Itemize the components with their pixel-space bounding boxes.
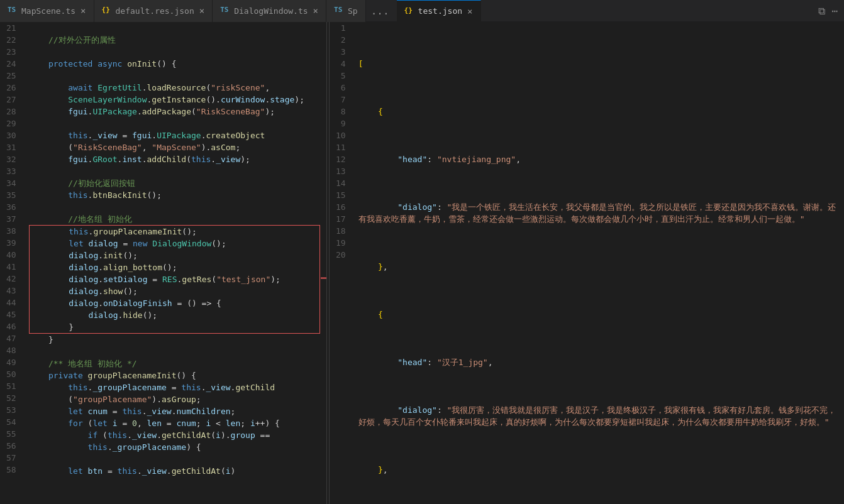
code-line-48 [29,346,320,358]
json-line-6: { [358,309,838,320]
right-code-content[interactable]: [ { "head": "nvtiejiang_png", "dialog": … [352,22,844,504]
tab-bar: TS MapScene.ts × {} default.res.json × T… [0,0,844,22]
code-line-37: //地名组 初始化 [29,213,320,225]
code-line-27: SceneLayerWindow.getInstance().curWindow… [29,94,320,106]
more-actions-icon[interactable]: ⋯ [830,4,839,18]
left-code-content[interactable]: //对外公开的属性 protected async onInit() { awa… [23,22,326,504]
tab-mapscene-close[interactable]: × [81,6,86,16]
tab-mapscene-label: MapScene.ts [21,6,75,16]
code-line-45: dialog.hide(); [30,309,319,321]
left-editor: 21 22 23 24 25 26 27 28 29 30 31 32 33 3… [0,22,327,504]
tab-test-json[interactable]: {} test.json × [397,0,481,22]
tab-sp[interactable]: TS Sp [326,0,366,22]
tab-default-label: default.res.json [116,6,194,16]
code-line-22: //对外公开的属性 [29,34,320,46]
ts-icon: TS [8,6,18,16]
editor-separator [327,22,330,504]
code-line-42: dialog.setDialog = RES.getRes("test_json… [30,273,319,285]
code-line-44: dialog.onDialogFinish = () => { [30,297,319,309]
tab-default-close[interactable]: × [199,6,204,16]
code-line-57 [29,453,320,465]
code-line-21 [29,22,320,34]
editors-container: 21 22 23 24 25 26 27 28 29 30 31 32 33 3… [0,22,844,504]
code-line-24: protected async onInit() { [29,58,320,70]
code-line-41: dialog.align_bottom(); [30,261,319,273]
json-line-4: "dialog": "我是一个铁匠，我生活在长安，我父母都是当官的。我之所以是铁… [358,201,838,225]
tab-mapscene[interactable]: TS MapScene.ts × [0,0,94,22]
separator-line [329,22,330,504]
json-line-7: "head": "汉子1_jpg", [358,356,838,368]
json-line-8: "dialog": "我很厉害，没错我就是很厉害，我是汉子，我是终极汉子，我家很… [358,404,838,428]
right-editor: 1 2 3 4 5 6 7 8 9 10 11 12 13 14 15 16 1… [330,22,844,504]
code-line-49: /** 地名组 初始化 */ [29,358,320,370]
code-line-56: this._groupPlacename) { [29,441,320,453]
code-line-40: dialog.init(); [30,249,319,261]
tab-sp-label: Sp [348,6,358,16]
code-line-31: ("RiskSceneBag", "MapScene").asCom; [29,141,320,153]
tab-test-json-close[interactable]: × [467,6,472,16]
code-line-26: await EgretUtil.loadResource("riskScene"… [29,82,320,94]
code-line-43: dialog.show(); [30,285,319,297]
editor-actions: ⧉ ⋯ [817,4,844,18]
code-line-39: let dialog = new DialogWindow(); [30,238,319,249]
highlight-block: this.groupPlacenameInit(); let dialog = … [29,225,320,334]
code-line-51: this._groupPlacename = this._view.getChi… [29,381,320,393]
tab-more-button[interactable]: ... [366,5,394,17]
tab-dialogwindow-label: DialogWindow.ts [234,6,308,16]
code-line-32: fgui.GRoot.inst.addChild(this._view); [29,153,320,165]
code-line-23 [29,46,320,58]
code-line-28: fgui.UIPackage.addPackage("RiskSceneBag"… [29,106,320,118]
left-code-area[interactable]: 21 22 23 24 25 26 27 28 29 30 31 32 33 3… [0,22,326,504]
arrow-decoration [321,271,326,287]
ts-icon-2: TS [220,6,230,16]
json-line-5: }, [358,261,838,273]
json-line-3: "head": "nvtiejiang_png", [358,153,838,165]
right-line-numbers: 1 2 3 4 5 6 7 8 9 10 11 12 13 14 15 16 1… [330,22,352,504]
code-line-38: this.groupPlacenameInit(); [30,226,319,238]
code-line-50: private groupPlacenameInit() { [29,370,320,381]
code-line-46: } [30,321,319,333]
code-line-54: for (let i = 0, len = cnum; i < len; i++… [29,417,320,429]
code-line-52: ("groupPlacename").asGroup; [29,393,320,405]
tab-dialogwindow-close[interactable]: × [313,6,318,16]
json-icon-1: {} [102,6,112,16]
code-line-30: this._view = fgui.UIPackage.createObject [29,129,320,141]
code-line-55: if (this._view.getChildAt(i).group == [29,429,320,441]
json-line-2: { [358,106,838,118]
code-line-33 [29,165,320,177]
code-line-29 [29,118,320,129]
code-line-36 [29,201,320,213]
tab-dialogwindow[interactable]: TS DialogWindow.ts × [213,0,326,22]
code-line-35: this.btnBackInit(); [29,189,320,201]
split-editor-icon[interactable]: ⧉ [817,4,826,18]
tab-default[interactable]: {} default.res.json × [94,0,213,22]
json-line-9: }, [358,464,838,476]
ts-icon-3: TS [334,6,344,16]
code-line-25 [29,70,320,82]
code-line-58: let btn = this._view.getChildAt(i) [29,465,320,477]
right-code-area[interactable]: 1 2 3 4 5 6 7 8 9 10 11 12 13 14 15 16 1… [330,22,844,504]
json-icon-2: {} [404,6,414,16]
left-line-numbers: 21 22 23 24 25 26 27 28 29 30 31 32 33 3… [0,22,23,504]
tab-test-json-label: test.json [418,6,462,16]
code-line-47: } [29,334,320,346]
code-line-53: let cnum = this._view.numChildren; [29,405,320,417]
code-line-34: //初始化返回按钮 [29,177,320,189]
json-line-1: [ [358,58,838,70]
